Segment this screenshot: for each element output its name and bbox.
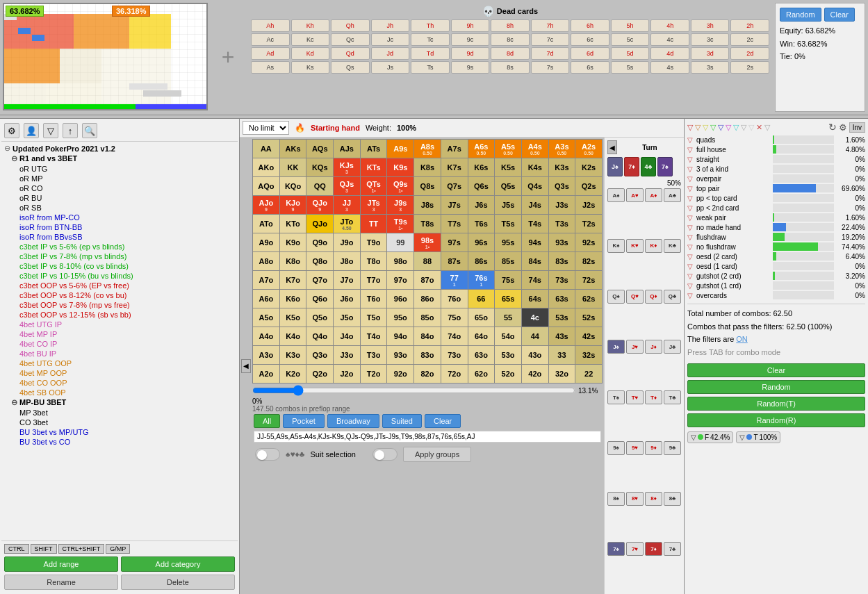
sidebar-item-10[interactable]: c3bet IP vs 7-8% (mp vs blinds) — [3, 251, 236, 261]
hand-cell-A3s[interactable]: A3s0.50 — [549, 140, 575, 158]
hand-cell-ATo[interactable]: ATo — [253, 215, 279, 233]
hand-cell-KK[interactable]: KK — [280, 158, 306, 176]
stat-filter-icon-10[interactable]: ▽ — [687, 233, 694, 241]
hand-cell-T2s[interactable]: T2s — [575, 215, 602, 233]
dead-card-Kd[interactable]: Kd — [291, 47, 330, 60]
hand-cell-Q2s[interactable]: Q2s — [575, 177, 602, 195]
hand-cell-T9s[interactable]: T9s1• — [387, 215, 413, 233]
hand-cell-53s[interactable]: 53s — [549, 308, 575, 327]
dead-card-4c[interactable]: 4c — [650, 33, 689, 46]
dead-card-6h[interactable]: 6h — [571, 19, 609, 32]
board-select-Jd[interactable]: J♦ — [645, 340, 662, 354]
dead-card-8h[interactable]: 8h — [491, 19, 530, 32]
hand-cell-63s[interactable]: 63s — [549, 290, 575, 308]
dead-card-2s[interactable]: 2s — [730, 61, 769, 74]
stat-filter-icon-9[interactable]: ▽ — [687, 224, 694, 231]
dead-card-Ts[interactable]: Ts — [411, 61, 450, 74]
hand-cell-J6o[interactable]: J6o — [334, 290, 360, 308]
hand-cell-KTo[interactable]: KTo — [280, 215, 306, 233]
hand-cell-A2o[interactable]: A2o — [253, 365, 279, 383]
hand-cell-A2s[interactable]: A2s0.50 — [575, 140, 602, 158]
hand-cell-K5s[interactable]: K5s — [495, 158, 521, 176]
hand-cell-T6s[interactable]: T6s — [468, 215, 495, 233]
hand-cell-J9o[interactable]: J9o — [334, 233, 360, 251]
apply-groups-button[interactable]: Apply groups — [403, 447, 471, 462]
groups-toggle[interactable] — [372, 448, 398, 461]
sidebar-item-6[interactable]: isoR from MP-CO — [3, 213, 236, 222]
hand-cell-43o[interactable]: 43o — [522, 346, 548, 364]
hand-cell-55[interactable]: 55 — [495, 308, 521, 327]
board-card-7s[interactable]: 7♠ — [657, 157, 673, 176]
sidebar-item-4[interactable]: oR BU — [3, 193, 236, 203]
hand-cell-Q5s[interactable]: Q5s — [495, 177, 521, 195]
dead-card-3d[interactable]: 3d — [691, 47, 730, 60]
board-select-8d[interactable]: 8♦ — [645, 492, 662, 506]
hand-cell-J2o[interactable]: J2o — [334, 365, 360, 383]
hand-cell-A5o[interactable]: A5o — [253, 308, 279, 327]
hand-cell-82s[interactable]: 82s — [575, 252, 602, 270]
clear-range-button[interactable]: Clear — [425, 414, 461, 428]
gear-stats-icon[interactable]: ⚙ — [839, 122, 847, 133]
hand-cell-Q7o[interactable]: Q7o — [306, 271, 333, 289]
hand-cell-42s[interactable]: 42s — [575, 327, 602, 345]
sidebar-item-29[interactable]: BU 3bet vs CO — [3, 437, 236, 447]
hand-cell-92s[interactable]: 92s — [575, 233, 602, 251]
search-icon[interactable]: 🔍 — [82, 123, 97, 138]
sidebar-item-18[interactable]: 4bet MP IP — [3, 329, 236, 339]
hand-cell-95o[interactable]: 95o — [387, 308, 413, 327]
hand-cell-T8s[interactable]: T8s — [414, 215, 441, 233]
dead-card-2h[interactable]: 2h — [730, 19, 769, 32]
board-select-Ah[interactable]: A♥ — [626, 188, 644, 202]
hand-cell-98s[interactable]: 98s1• — [414, 233, 441, 251]
dead-card-5d[interactable]: 5d — [611, 47, 650, 60]
sidebar-item-28[interactable]: BU 3bet vs MP/UTG — [3, 427, 236, 437]
hand-cell-66[interactable]: 66 — [468, 290, 495, 308]
hand-cell-A4s[interactable]: A4s0.50 — [522, 140, 548, 158]
board-select-Js[interactable]: J♠ — [607, 340, 625, 354]
board-select-Ad[interactable]: A♦ — [645, 188, 662, 202]
dead-card-7h[interactable]: 7h — [531, 19, 570, 32]
board-select-Qh[interactable]: Q♥ — [626, 290, 644, 304]
hand-cell-87o[interactable]: 87o — [414, 271, 441, 289]
stat-filter-icon-6[interactable]: ▽ — [687, 195, 694, 202]
board-select-9d[interactable]: 9♦ — [645, 441, 662, 455]
hand-cell-JTs[interactable]: JTs3 — [361, 196, 387, 214]
dead-card-4s[interactable]: 4s — [650, 61, 689, 74]
hand-cell-52s[interactable]: 52s — [575, 308, 602, 327]
dead-card-Ah[interactable]: Ah — [251, 19, 290, 32]
hand-cell-Q9o[interactable]: Q9o — [306, 233, 333, 251]
hand-cell-T3o[interactable]: T3o — [361, 346, 387, 364]
stat-filter-icon-11[interactable]: ▽ — [687, 243, 694, 251]
hand-cell-A8s[interactable]: A8s0.50 — [414, 140, 441, 158]
dead-card-As[interactable]: As — [251, 61, 290, 74]
inv-button[interactable]: Inv — [849, 122, 865, 133]
hand-cell-54s[interactable]: 4c — [522, 308, 548, 327]
board-select-Kc[interactable]: K♣ — [664, 239, 681, 253]
stat-filter-icon-14[interactable]: ▽ — [687, 272, 694, 280]
sidebar-item-1[interactable]: oR UTG — [3, 164, 236, 174]
dead-card-5c[interactable]: 5c — [611, 33, 650, 46]
stat-filter-icon-8[interactable]: ▽ — [687, 214, 694, 222]
stat-filter-icon-16[interactable]: ▽ — [687, 292, 694, 299]
hand-cell-A6o[interactable]: A6o — [253, 290, 279, 308]
dead-card-8c[interactable]: 8c — [491, 33, 530, 46]
dead-card-3s[interactable]: 3s — [691, 61, 730, 74]
hand-cell-Q6o[interactable]: Q6o — [306, 290, 333, 308]
hand-cell-65s[interactable]: 65s — [495, 290, 521, 308]
dead-card-Tc[interactable]: Tc — [411, 33, 450, 46]
refresh-icon[interactable]: ↻ — [828, 122, 837, 133]
hand-cell-K4o[interactable]: K4o — [280, 327, 306, 345]
hand-cell-75s[interactable]: 75s — [495, 271, 521, 289]
board-select-Qc[interactable]: Q♣ — [664, 290, 681, 304]
hand-cell-74s[interactable]: 74s — [522, 271, 548, 289]
hand-cell-99[interactable]: 99 — [387, 233, 413, 251]
stat-filter-icon-3[interactable]: ▽ — [687, 165, 694, 173]
hand-cell-83o[interactable]: 83o — [414, 346, 441, 364]
sidebar-item-11[interactable]: c3bet IP vs 8-10% (co vs blinds) — [3, 261, 236, 271]
hand-cell-Q9s[interactable]: Q9s1• — [387, 177, 413, 195]
hand-cell-K4s[interactable]: K4s — [522, 158, 548, 176]
hand-cell-K8s[interactable]: K8s — [414, 158, 441, 176]
hand-cell-K3s[interactable]: K3s — [549, 158, 575, 176]
board-select-7h[interactable]: 7♥ — [626, 542, 644, 556]
hand-cell-Q4s[interactable]: Q4s — [522, 177, 548, 195]
